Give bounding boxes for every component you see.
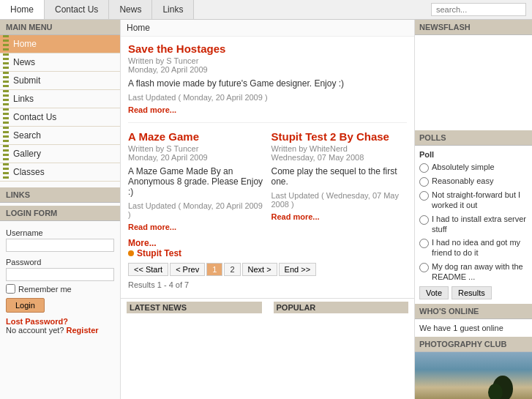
col2-meta: Written by WhiteNerd Wednesday, 07 May 2… <box>271 144 408 162</box>
sidebar-item-home[interactable]: Home <box>0 35 120 53</box>
col1-footer: Last Updated ( Monday, 20 April 2009 ) <box>128 201 264 219</box>
nav-links[interactable]: Links <box>152 0 194 19</box>
remember-row: Remember me <box>6 284 114 294</box>
pagination-next[interactable]: Next > <box>242 263 277 276</box>
pagination-page2[interactable]: 2 <box>224 263 240 276</box>
stupit-test-link[interactable]: Stupit Test <box>137 248 181 258</box>
right-panel: NEWSFLASH POLLS Poll Absolutely simple R… <box>415 20 532 399</box>
top-navigation: Home Contact Us News Links <box>0 0 532 20</box>
poll-radio-0[interactable] <box>419 163 429 173</box>
main-article-readmore: Read more... <box>128 105 407 115</box>
col1-title: A Maze Game <box>128 130 264 143</box>
pagination-end[interactable]: End >> <box>279 263 316 276</box>
poll-label: Poll <box>419 150 528 159</box>
poll-option-label-5: My dog ran away with the README ... <box>432 261 528 283</box>
bottom-bar: LATEST NEWS POPULAR <box>121 298 414 319</box>
more-section: More... Stupit Test <box>128 238 407 258</box>
main-article-readmore-link[interactable]: Read more... <box>128 105 176 114</box>
col2-footer: Last Updated ( Wednesday, 07 May 2008 ) <box>271 191 408 209</box>
poll-option-1: Reasonably easy <box>419 176 528 187</box>
main-article-link[interactable]: Save the Hostages <box>128 42 225 55</box>
main-menu-list: Home News Submit Links Contact Us Search… <box>0 35 120 182</box>
password-input[interactable] <box>6 268 114 281</box>
main-layout: MAIN MENU Home News Submit Links Contact… <box>0 20 532 399</box>
poll-option-label-3: I had to install extra server stuff <box>432 214 528 235</box>
col1-readmore: Read more... <box>128 222 264 232</box>
col1-body: A Maze Game Made By an Anonymous 8 grade… <box>128 166 264 197</box>
col1-meta: Written by S Tuncer Monday, 20 April 200… <box>128 144 264 162</box>
results-text: Results 1 - 4 of 7 <box>128 280 407 289</box>
poll-radio-1[interactable] <box>419 177 429 187</box>
sidebar-item-submit[interactable]: Submit <box>0 72 120 90</box>
tree-icon <box>488 367 517 399</box>
no-account-text: No account yet? <box>6 326 64 335</box>
pagination-start[interactable]: << Start <box>128 263 168 276</box>
two-col-articles: A Maze Game Written by S Tuncer Monday, … <box>128 130 407 232</box>
polls-area: Poll Absolutely simple Reasonably easy N… <box>415 146 532 304</box>
poll-radio-5[interactable] <box>419 263 429 272</box>
top-search-input[interactable] <box>431 3 526 16</box>
username-input[interactable] <box>6 239 114 252</box>
vote-button[interactable]: Vote <box>419 286 449 299</box>
polls-title: POLLS <box>415 130 532 146</box>
articles-area: Save the Hostages Written by S Tuncer Mo… <box>121 37 414 298</box>
remember-label: Remember me <box>18 285 72 294</box>
article-divider <box>128 122 407 123</box>
sidebar-item-contact[interactable]: Contact Us <box>0 108 120 127</box>
poll-radio-2[interactable] <box>419 191 429 201</box>
login-button[interactable]: Login <box>6 298 45 313</box>
poll-option-4: I had no idea and got my friend to do it <box>419 237 528 258</box>
password-label: Password <box>6 258 114 266</box>
main-article-footer: Last Updated ( Monday, 20 April 2009 ) <box>128 93 407 102</box>
results-button[interactable]: Results <box>452 286 492 299</box>
col2-title: Stupit Test 2 By Chase <box>271 130 408 143</box>
popular-col: POPULAR <box>268 299 415 319</box>
newsflash-area <box>415 35 532 130</box>
poll-option-2: Not straight-forward but I worked it out <box>419 190 528 211</box>
main-article-title: Save the Hostages <box>128 42 407 55</box>
nav-news[interactable]: News <box>109 0 152 19</box>
links-title: LINKS <box>0 187 120 203</box>
sidebar-item-links[interactable]: Links <box>0 90 120 108</box>
breadcrumb: Home <box>121 20 414 37</box>
sidebar-item-search[interactable]: Search <box>0 127 120 145</box>
latest-news-col: LATEST NEWS <box>121 299 268 319</box>
photo-club-area <box>415 352 532 399</box>
poll-radio-4[interactable] <box>419 239 429 248</box>
article-col-1: A Maze Game Written by S Tuncer Monday, … <box>128 130 264 232</box>
newsflash-title: NEWSFLASH <box>415 20 532 35</box>
main-article-body: A flash movie made by future's Game desi… <box>128 78 407 89</box>
col1-title-link[interactable]: A Maze Game <box>128 130 199 143</box>
poll-option-5: My dog ran away with the README ... <box>419 261 528 283</box>
col2-readmore-link[interactable]: Read more... <box>271 212 320 221</box>
remember-checkbox[interactable] <box>6 284 15 294</box>
sidebar-item-gallery[interactable]: Gallery <box>0 145 120 163</box>
pagination: << Start < Prev 1 2 Next > End >> <box>128 263 407 276</box>
poll-option-label-0: Absolutely simple <box>432 162 495 172</box>
top-search-area <box>425 0 532 19</box>
nav-home[interactable]: Home <box>0 0 45 19</box>
vote-results-row: Vote Results <box>419 286 528 299</box>
col2-body: Come play the sequel to the first one. <box>271 166 408 187</box>
col1-readmore-link[interactable]: Read more... <box>128 223 176 231</box>
stupit-row: Stupit Test <box>128 248 407 258</box>
pagination-prev[interactable]: < Prev <box>170 263 205 276</box>
pagination-page1[interactable]: 1 <box>206 263 222 276</box>
col2-title-link[interactable]: Stupit Test 2 By Chase <box>271 130 389 143</box>
login-form: Username Password Remember me Login Lost… <box>0 221 120 339</box>
more-link[interactable]: More... <box>128 238 157 248</box>
main-article-meta: Written by S Tuncer Monday, 20 April 200… <box>128 56 407 74</box>
register-link[interactable]: Register <box>67 326 99 335</box>
login-form-title: LOGIN FORM <box>0 206 120 221</box>
whos-online-text: We have 1 guest online <box>419 324 503 332</box>
sidebar-item-news[interactable]: News <box>0 53 120 72</box>
nav-contact[interactable]: Contact Us <box>45 0 109 19</box>
sidebar-item-classes[interactable]: Classes <box>0 163 120 182</box>
poll-option-3: I had to install extra server stuff <box>419 214 528 235</box>
lost-password-link[interactable]: Lost Password? <box>6 317 68 326</box>
poll-option-label-1: Reasonably easy <box>432 176 493 186</box>
poll-radio-3[interactable] <box>419 215 429 225</box>
main-content: Home Save the Hostages Written by S Tunc… <box>121 20 415 399</box>
popular-title: POPULAR <box>274 302 409 313</box>
whos-online-area: We have 1 guest online <box>415 319 532 337</box>
